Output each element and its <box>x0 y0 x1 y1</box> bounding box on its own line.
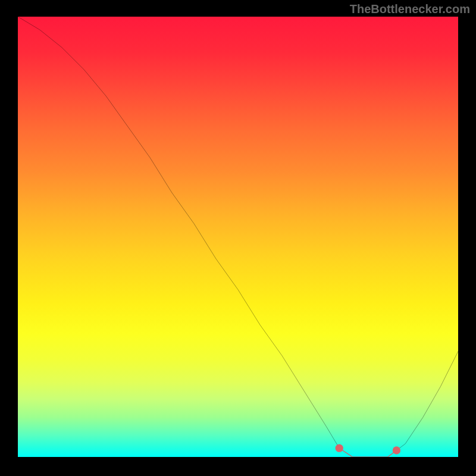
chart-container: TheBottlenecker.com <box>0 0 476 476</box>
bottleneck-curve-path <box>18 17 458 457</box>
highlight-dot <box>336 444 343 452</box>
highlight-dot <box>393 446 400 454</box>
chart-svg <box>18 17 458 457</box>
watermark-text: TheBottlenecker.com <box>350 2 470 16</box>
plot-area <box>18 17 458 457</box>
optimal-range-highlight <box>339 448 396 457</box>
optimal-range-dots <box>336 444 401 455</box>
